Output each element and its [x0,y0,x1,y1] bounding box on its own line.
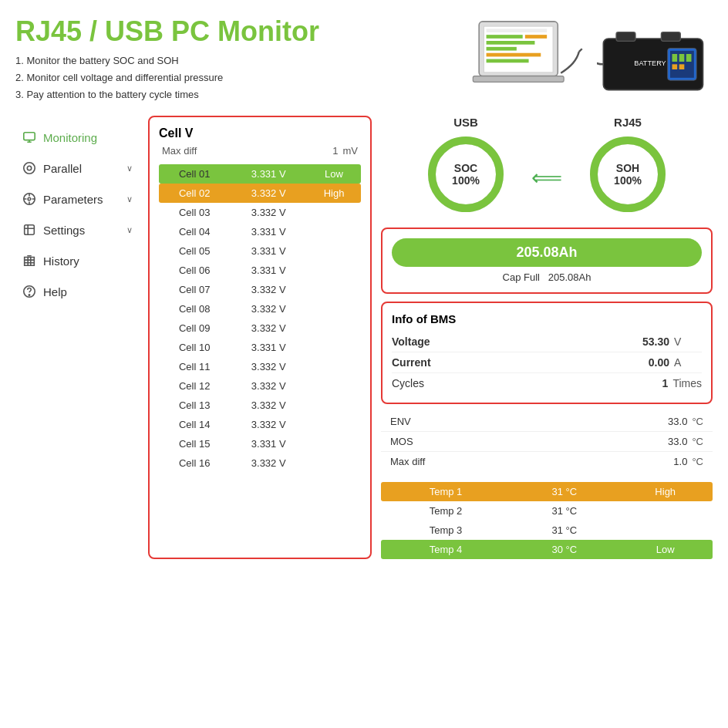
env-row: ENV 33.0 °C [381,412,713,432]
env-unit: °C [692,416,703,427]
cell-voltage: 3.331 V [230,434,307,453]
sidebar-label-parameters: Parameters [43,193,103,206]
temp-value: 31 °C [511,501,618,521]
soc-gauge: SOC 100% [423,132,508,217]
bms-current-value: 0.00 [631,356,669,369]
sidebar-item-history[interactable]: History [15,245,139,276]
sidebar-label-help: Help [43,285,67,298]
temp-value: 31 °C [511,521,618,540]
sidebar-item-parameters[interactable]: Parameters ∨ [15,184,139,214]
cell-status [307,261,361,280]
temp-name: Temp 3 [381,521,511,540]
svg-rect-17 [686,54,692,62]
capacity-bar: 205.08Ah [392,238,702,267]
cell-name: Cell 13 [159,396,230,415]
bms-cycles-unit: Times [672,377,702,389]
cell-voltage: 3.332 V [230,299,307,318]
bms-current-values: 0.00 A [631,356,702,369]
svg-rect-4 [525,35,547,39]
cell-row: Cell 023.332 VHigh [159,184,361,203]
sidebar-item-monitoring[interactable]: Monitoring [15,122,139,153]
soc-label: SOC [452,162,480,174]
cell-name: Cell 01 [159,164,230,184]
cell-status [307,453,361,473]
page-title: RJ45 / USB PC Monitor [15,15,319,48]
cell-name: Cell 14 [159,415,230,434]
cell-row: Cell 013.331 VLow [159,164,361,184]
sidebar-label-parallel: Parallel [43,162,82,175]
bms-panel: Info of BMS Voltage 53.30 V Current 0.00… [381,302,713,404]
svg-point-22 [24,163,35,174]
cell-row: Cell 143.332 V [159,415,361,434]
cell-maxdiff-row: Max diff 1 mV [159,145,361,157]
cell-status: Low [307,164,361,184]
temp-name: Temp 1 [381,482,511,501]
cell-voltage: 3.331 V [230,241,307,261]
maxdiff-values: 1.0 °C [656,456,703,467]
mos-row: MOS 33.0 °C [381,432,713,452]
env-value: 33.0 [656,416,687,427]
maxdiff-unit: °C [692,456,703,467]
cell-status [307,357,361,376]
cell-status [307,241,361,261]
cell-voltage: 3.332 V [230,357,307,376]
temp-row: Temp 231 °C [381,501,713,521]
cell-status [307,318,361,338]
cell-status [307,203,361,222]
sidebar-item-help[interactable]: Help [15,276,139,307]
env-values: 33.0 °C [656,416,703,427]
bms-cycles-label: Cycles [392,377,424,389]
env-label: ENV [390,416,411,427]
svg-rect-11 [616,32,635,42]
bms-voltage-row: Voltage 53.30 V [392,332,702,352]
cell-row: Cell 123.332 V [159,376,361,396]
cell-name: Cell 02 [159,184,230,203]
cell-name: Cell 16 [159,453,230,473]
svg-rect-19 [679,64,685,69]
cell-voltage: 3.332 V [230,415,307,434]
svg-point-23 [27,167,31,170]
cell-voltage: 3.332 V [230,453,307,473]
cell-name: Cell 09 [159,318,230,338]
cell-voltage: 3.332 V [230,318,307,338]
svg-rect-18 [672,64,678,69]
parameters-chevron-icon: ∨ [126,194,133,204]
bms-current-unit: A [674,356,702,369]
cell-voltage: 3.332 V [230,396,307,415]
temp-status [618,521,713,540]
bms-cycles-row: Cycles 1 Times [392,373,702,393]
cell-voltage: 3.332 V [230,280,307,299]
cell-status [307,280,361,299]
bms-current-label: Current [392,356,431,369]
cell-voltage: 3.332 V [230,203,307,222]
cell-voltage: 3.331 V [230,338,307,357]
svg-rect-2 [487,29,548,32]
desc-line-2: 2. Monitor cell voltage and differential… [15,69,319,86]
cell-status [307,299,361,318]
mos-label: MOS [390,436,413,447]
cell-voltage: 3.332 V [230,184,307,203]
parameters-icon [22,191,37,207]
bms-current-row: Current 0.00 A [392,352,702,373]
header: RJ45 / USB PC Monitor 1. Monitor the bat… [15,15,713,103]
cell-row: Cell 163.332 V [159,453,361,473]
soh-label: SOH [614,162,642,174]
bms-voltage-unit: V [674,335,702,348]
cell-status [307,338,361,357]
sidebar-item-settings[interactable]: Settings ∨ [15,214,139,245]
temp-value: 30 °C [511,540,618,559]
svg-text:BATTERY: BATTERY [634,59,666,67]
cell-row: Cell 033.332 V [159,203,361,222]
bms-voltage-values: 53.30 V [631,335,702,348]
sidebar-item-parallel[interactable]: Parallel ∨ [15,153,139,184]
cell-maxdiff-values: 1 mV [332,145,358,157]
soc-text: SOC 100% [452,162,480,187]
cell-row: Cell 073.332 V [159,280,361,299]
cell-name: Cell 11 [159,357,230,376]
cell-row: Cell 103.331 V [159,338,361,357]
connection-arrow-icon: ⟸ [531,165,562,190]
env-info-panel: ENV 33.0 °C MOS 33.0 °C [381,412,713,471]
svg-rect-8 [487,59,529,63]
cell-table: Cell 013.331 VLowCell 023.332 VHighCell … [159,164,361,473]
cell-panel: Cell V Max diff 1 mV Cell 013.331 VLowCe… [148,116,372,559]
